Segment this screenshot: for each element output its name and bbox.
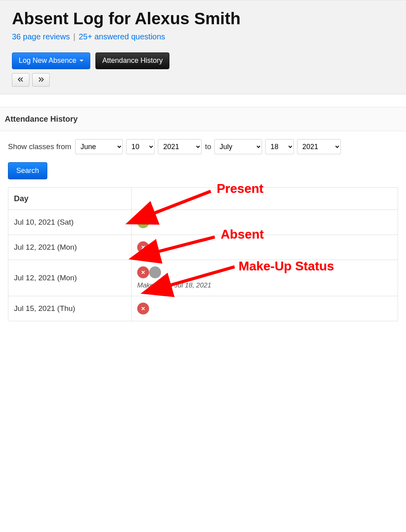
- page-header: Absent Log for Alexus Smith 36 page revi…: [0, 0, 406, 94]
- table-row: Jul 10, 2021 (Sat): [8, 210, 398, 235]
- day-cell: Jul 12, 2021 (Mon): [8, 260, 132, 296]
- from-year-select[interactable]: 2021: [158, 139, 202, 154]
- pager: [12, 73, 394, 87]
- from-day-select[interactable]: 10: [126, 139, 155, 154]
- date-filter-row: Show classes from June 10 2021 to July 1…: [0, 131, 406, 162]
- attendance-table-wrap: Day Jul 10, 2021 (Sat) Jul 12, 2021 (Mon…: [0, 187, 406, 321]
- table-row: Jul 15, 2021 (Thu): [8, 296, 398, 321]
- toolbar: Log New Absence Attendance History: [12, 52, 394, 69]
- separator: |: [71, 32, 78, 41]
- to-month-select[interactable]: July: [214, 139, 262, 154]
- answered-questions-link[interactable]: 25+ answered questions: [79, 32, 165, 41]
- show-classes-from-label: Show classes from: [8, 142, 71, 151]
- col-day-header: Day: [8, 187, 132, 210]
- day-cell: Jul 15, 2021 (Thu): [8, 296, 132, 321]
- log-new-absence-button[interactable]: Log New Absence: [12, 52, 90, 69]
- double-chevron-left-icon: [18, 77, 23, 83]
- attendance-history-button[interactable]: Attendance History: [95, 52, 169, 69]
- status-cell: [132, 210, 398, 235]
- attendance-history-label: Attendance History: [102, 56, 163, 65]
- x-icon: [137, 303, 149, 315]
- status-cell: Make up on Jul 18, 2021: [132, 260, 398, 296]
- page-reviews-link[interactable]: 36 page reviews: [12, 32, 70, 41]
- section-title: Attendance History: [5, 115, 78, 123]
- day-cell: Jul 12, 2021 (Mon): [8, 235, 132, 260]
- attendance-table: Day Jul 10, 2021 (Sat) Jul 12, 2021 (Mon…: [8, 187, 398, 321]
- x-icon: [137, 241, 149, 253]
- table-row: Jul 12, 2021 (Mon): [8, 235, 398, 260]
- review-line: 36 page reviews | 25+ answered questions: [12, 32, 394, 41]
- day-cell: Jul 10, 2021 (Sat): [8, 210, 132, 235]
- to-year-select[interactable]: 2021: [297, 139, 341, 154]
- double-chevron-right-icon: [38, 77, 44, 83]
- x-icon: [137, 266, 149, 278]
- makeup-note: Make up on Jul 18, 2021: [137, 282, 392, 289]
- pager-prev-button[interactable]: [12, 73, 29, 87]
- search-button-label: Search: [16, 167, 39, 175]
- to-label: to: [205, 142, 211, 151]
- page-title: Absent Log for Alexus Smith: [12, 9, 394, 28]
- makeup-status-icon: [149, 266, 161, 278]
- status-cell: [132, 296, 398, 321]
- table-row: Jul 12, 2021 (Mon) Make up on Jul 18, 20…: [8, 260, 398, 296]
- check-icon: [137, 216, 149, 228]
- search-button[interactable]: Search: [8, 162, 47, 179]
- from-month-select[interactable]: June: [75, 139, 123, 154]
- log-new-absence-label: Log New Absence: [19, 56, 76, 65]
- search-row: Search: [0, 162, 406, 187]
- section-title-bar: Attendance History: [0, 107, 406, 131]
- to-day-select[interactable]: 18: [265, 139, 294, 154]
- status-cell: [132, 235, 398, 260]
- pager-next-button[interactable]: [32, 73, 50, 87]
- caret-down-icon: [80, 60, 84, 62]
- col-status-header: [132, 187, 398, 210]
